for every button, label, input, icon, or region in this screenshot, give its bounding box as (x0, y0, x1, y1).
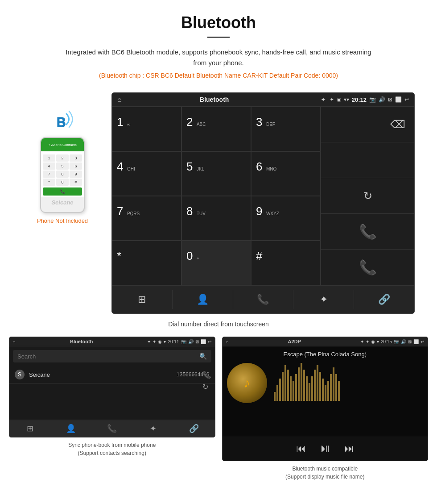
viz-bar-17 (319, 372, 321, 401)
dial-key-6[interactable]: 6 MNO (251, 151, 321, 196)
dial-end-area[interactable]: 📞 (321, 250, 414, 285)
backspace-icon[interactable]: ⌫ (390, 118, 405, 131)
page-title: Bluetooth (9, 13, 428, 32)
dial-key-2[interactable]: 2 ABC (181, 107, 251, 151)
pb-usb-icon: ✦ (147, 339, 151, 344)
dial-key-4[interactable]: 4 GHI (112, 151, 181, 196)
contact-row-seicane[interactable]: S Seicane 13566664466 (9, 366, 215, 383)
music-usb-icon: ✦ (360, 339, 364, 344)
key-letters-4: GHI (127, 167, 135, 171)
music-visualizer (274, 365, 424, 401)
phone-key-8: 8 (56, 171, 69, 178)
phonebook-panel: ⌂ Bluetooth ✦ ✦ ◉ ▾ 20:11 📷 🔊 ⊠ ⬜ ↩ Sear… (9, 337, 215, 481)
music-caption: Bluetooth music compatible (Support disp… (285, 465, 364, 481)
music-home-icon[interactable]: ⌂ (226, 339, 229, 344)
pb-home-icon[interactable]: ⌂ (13, 339, 16, 344)
key-letters-7: PQRS (127, 211, 140, 216)
prev-icon[interactable]: ⏮ (296, 443, 306, 454)
camera-icon[interactable]: 📷 (369, 96, 376, 103)
music-cam-icon: 📷 (394, 339, 399, 344)
dial-key-3[interactable]: 3 DEF (251, 107, 321, 151)
key-letters-8: TUV (197, 211, 206, 216)
pb-status-icons: ✦ ◉ ▾ 20:11 📷 🔊 ⊠ ⬜ ↩ (153, 339, 211, 344)
refresh-side-btn[interactable]: ↻ (202, 383, 211, 391)
music-statusbar: ⌂ A2DP ✦ ✦ ◉ ▾ 20:15 📷 🔊 ⊠ ⬜ ↩ (223, 337, 428, 346)
phone-screen: + Add to Contacts (41, 138, 84, 151)
refresh-icon[interactable]: ↻ (363, 190, 372, 202)
dial-key-1[interactable]: 1 ∞ (112, 107, 181, 151)
search-placeholder-label: Search (17, 353, 36, 360)
dial-key-5[interactable]: 5 JKL (181, 151, 251, 196)
pb-link-btn[interactable]: 🔗 (173, 424, 214, 433)
pb-win-icon: ⬜ (201, 339, 206, 344)
pb-bt-icon: ✦ (153, 339, 156, 344)
dial-key-7[interactable]: 7 PQRS (112, 196, 181, 241)
music-content: Escape (The Pina Colada Song) ♪ (223, 346, 428, 436)
dial-key-0[interactable]: 0 + (181, 241, 251, 285)
location-icon: ◉ (337, 96, 341, 103)
music-title: A2DP (231, 339, 359, 344)
viz-bar-7 (293, 381, 294, 401)
toolbar-calls-btn[interactable]: 📞 (233, 290, 294, 309)
toolbar-contacts-btn[interactable]: 👤 (173, 290, 233, 309)
music-song-title: Escape (The Pina Colada Song) (284, 351, 367, 358)
dial-backspace-area[interactable]: ⌫ (321, 107, 414, 142)
phone-key-6: 6 (70, 162, 82, 170)
viz-bar-23 (335, 374, 337, 401)
title-divider (207, 37, 230, 38)
viz-bar-8 (295, 374, 297, 401)
viz-bar-1 (276, 385, 278, 401)
back-icon[interactable]: ↩ (404, 96, 409, 103)
dial-key-hash[interactable]: # (251, 241, 321, 285)
page-header: Bluetooth Integrated with BC6 Bluetooth … (0, 0, 437, 92)
music-back-icon: ↩ (421, 339, 424, 344)
red-end-icon[interactable]: 📞 (359, 259, 377, 276)
viz-bar-3 (282, 372, 284, 401)
phonebook-search-bar[interactable]: Search 🔍 (13, 350, 211, 362)
toolbar-settings-btn[interactable]: 🔗 (354, 290, 414, 309)
viz-bar-2 (279, 379, 281, 401)
pb-contacts-btn[interactable]: 👤 (50, 424, 91, 433)
dial-key-8[interactable]: 8 TUV (181, 196, 251, 241)
volume-icon[interactable]: 🔊 (379, 96, 385, 103)
key-number-3: 3 (256, 115, 262, 129)
pb-bt-btn[interactable]: ✦ (132, 424, 173, 433)
phone-call-side-btn[interactable]: 📞 (202, 371, 211, 379)
viz-bar-19 (325, 385, 326, 401)
viz-bar-22 (333, 367, 334, 401)
pb-calls-btn[interactable]: 📞 (91, 424, 132, 433)
phone-key-hash: # (70, 179, 82, 186)
dial-refresh-area[interactable]: ↻ (321, 178, 414, 214)
toolbar-bluetooth-btn[interactable]: ✦ (293, 290, 354, 309)
green-call-icon[interactable]: 📞 (359, 223, 377, 240)
music-status-icons: ✦ ◉ ▾ 20:15 📷 🔊 ⊠ ⬜ ↩ (366, 339, 424, 344)
play-pause-icon[interactable]: ⏯ (319, 442, 331, 455)
contact-avatar-s: S (15, 370, 25, 379)
key-number-6: 6 (256, 160, 262, 173)
next-icon[interactable]: ⏭ (344, 443, 354, 454)
phonebook-statusbar: ⌂ Bluetooth ✦ ✦ ◉ ▾ 20:11 📷 🔊 ⊠ ⬜ ↩ (9, 337, 215, 346)
dial-key-9[interactable]: 9 WXYZ (251, 196, 321, 241)
toolbar-dialpad-btn[interactable]: ⊞ (112, 290, 173, 309)
close-icon[interactable]: ⊠ (388, 96, 392, 103)
phonebook-caption: Sync phone-book from mobile phone (Suppo… (68, 441, 156, 457)
window-icon[interactable]: ⬜ (395, 96, 402, 103)
dial-call-area[interactable]: 📞 (321, 214, 414, 250)
svg-text:ʙ: ʙ (56, 112, 66, 131)
music-win-icon: ⬜ (413, 339, 419, 344)
key-number-4: 4 (117, 160, 123, 173)
phone-key-2: 2 (56, 154, 69, 162)
pb-dialpad-btn[interactable]: ⊞ (9, 424, 50, 433)
music-main-content: ♪ (227, 363, 424, 403)
phonebook-side-buttons: 📞 ↻ (202, 371, 211, 391)
seicane-watermark: Seicane (41, 197, 84, 208)
key-number-2: 2 (186, 115, 193, 129)
phone-key-star: * (43, 179, 55, 186)
phone-key-1: 1 (43, 154, 55, 162)
key-number-1: 1 (117, 115, 123, 129)
status-icons: ✦ ◉ ▾▾ 20:12 📷 🔊 ⊠ ⬜ ↩ (330, 96, 409, 103)
viz-bar-20 (327, 381, 329, 401)
status-time: 20:12 (352, 96, 367, 103)
phone-side: ʙ + Add to Contacts 1 2 3 4 5 6 7 (22, 92, 103, 224)
dial-key-star[interactable]: * (112, 241, 181, 285)
